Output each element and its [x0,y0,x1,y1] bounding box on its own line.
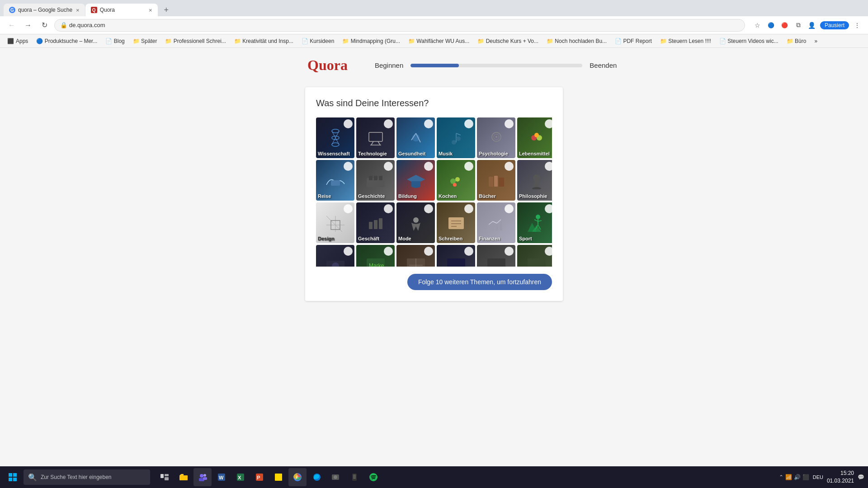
menu-icon[interactable]: ⋮ [852,20,863,31]
interest-gesundheit[interactable]: Gesundheit [396,117,435,158]
bookmark-kreativitaet[interactable]: 📁 Kreativität und Insp... [231,36,297,46]
interest-bildung[interactable]: Bildung [396,160,435,201]
refresh-button[interactable]: ↻ [38,19,51,32]
partial4-checkbox[interactable] [464,247,473,256]
bookmark-more[interactable]: » [811,36,821,46]
interest-kochen[interactable]: Kochen [437,160,475,201]
tray-arrow[interactable]: ⌃ [779,474,783,480]
interest-mode[interactable]: Mode [396,202,435,243]
buecher-checkbox[interactable] [505,162,514,171]
start-button[interactable] [4,468,22,486]
tab-google[interactable]: G quora – Google Suche × [4,4,85,16]
spotify-button[interactable] [364,468,382,486]
partial1-checkbox[interactable] [344,247,353,256]
interest-partial4[interactable] [437,245,475,267]
extension-icon1[interactable]: 🔵 [766,20,777,31]
tab-quora[interactable]: Q Quora × [85,4,158,16]
bookmark-kursideen[interactable]: 📄 Kursideen [298,36,338,46]
edge-button[interactable] [307,468,326,486]
end-button[interactable]: Beenden [590,61,617,69]
tab-quora-close[interactable]: × [149,7,152,14]
network-icon[interactable]: 📶 [785,474,792,480]
kochen-checkbox[interactable] [464,162,473,171]
bookmark-apps[interactable]: ⬛Apps [4,36,32,46]
taskview-button[interactable] [156,468,174,486]
interest-musik[interactable]: Musik [437,117,475,158]
geschichte-checkbox[interactable] [384,162,393,171]
interest-partial2[interactable]: Marke... [356,245,395,267]
interest-partial6[interactable] [517,245,552,267]
bookmark-pdf-report[interactable]: 📄 PDF Report [611,36,656,46]
interest-design[interactable]: Design [316,202,354,243]
star-icon[interactable]: ☆ [752,20,763,31]
teams-button[interactable] [193,468,212,486]
interest-schreiben[interactable]: Schreiben [437,202,475,243]
bookmark-steuern-videos[interactable]: 📄 Steuern Videos wic... [716,36,782,46]
finanzen-checkbox[interactable] [505,204,514,213]
profile-icon[interactable]: 👤 [807,20,817,31]
partial6-checkbox[interactable] [545,247,552,256]
musik-checkbox[interactable] [464,119,473,128]
extensions-icon[interactable]: ⧉ [793,20,804,31]
psychologie-checkbox[interactable] [505,119,514,128]
geschaeft-checkbox[interactable] [384,204,393,213]
interest-geschaeft[interactable]: Geschäft [356,202,395,243]
reise-checkbox[interactable] [344,162,353,171]
new-tab-button[interactable]: + [160,4,173,16]
bookmark-professionell[interactable]: 📁 Professionell Schrei... [161,36,229,46]
word-button[interactable]: W [212,468,231,486]
extension-icon2[interactable]: 🔴 [779,20,790,31]
continue-button[interactable]: Folge 10 weiteren Themen, um fortzufahre… [407,274,552,290]
interest-geschichte[interactable]: Geschichte [356,160,395,201]
forward-button[interactable]: → [22,19,34,32]
bildung-checkbox[interactable] [424,162,433,171]
back-button[interactable]: ← [5,19,18,32]
taskbar-time[interactable]: 15:20 01.03.2021 [827,469,854,485]
technologie-checkbox[interactable] [384,119,393,128]
mode-checkbox[interactable] [424,204,433,213]
bookmark-produktsuche[interactable]: 🔵 Produktsuche – Mer... [33,36,101,46]
design-checkbox[interactable] [344,204,353,213]
taskbar-search[interactable]: 🔍 Zur Suche Text hier eingeben [24,469,150,485]
partial3-checkbox[interactable] [424,247,433,256]
bookmark-deutsche-kurs[interactable]: 📁 Deutsche Kurs + Vo... [474,36,542,46]
tab-google-close[interactable]: × [76,7,80,14]
volume-icon[interactable]: 🔊 [794,474,801,480]
interest-buecher[interactable]: Bücher [477,160,515,201]
interest-philosophie[interactable]: Philosophie [517,160,552,201]
interest-finanzen[interactable]: Finanzen [477,202,515,243]
interest-reise[interactable]: Reise [316,160,354,201]
interest-wissenschaft[interactable]: Wissenschaft [316,117,354,158]
bookmark-blog[interactable]: 📄 Blog [102,36,128,46]
lebensmittel-checkbox[interactable] [545,119,552,128]
bookmark-steuern-lesen[interactable]: 📁 Steuern Lesen !!!! [656,36,715,46]
excel-button[interactable]: X [231,468,250,486]
bookmark-spaeter[interactable]: 📁 Später [129,36,161,46]
address-bar[interactable]: 🔒 de.quora.com [54,19,745,32]
interest-sport[interactable]: Sport [517,202,552,243]
partial2-checkbox[interactable] [384,247,393,256]
interest-partial5[interactable] [477,245,515,267]
phone-button[interactable] [345,468,363,486]
interest-partial1[interactable] [316,245,354,267]
interest-technologie[interactable]: Technologie [356,117,395,158]
bookmark-noch-hochladen[interactable]: 📁 Noch hochladen Bu... [543,36,610,46]
sport-checkbox[interactable] [545,204,552,213]
explorer-button[interactable] [175,468,193,486]
interest-psychologie[interactable]: Psychologie [477,117,515,158]
battery-icon[interactable]: ⬛ [802,474,809,480]
bookmark-mindmapping[interactable]: 📁 Mindmapping (Gru... [339,36,404,46]
gesundheit-checkbox[interactable] [424,119,433,128]
photo-button[interactable] [326,468,344,486]
interest-lebensmittel[interactable]: Lebensmittel [517,117,552,158]
schreiben-checkbox[interactable] [464,204,473,213]
notification-icon[interactable]: 💬 [858,474,864,480]
philosophie-checkbox[interactable] [545,162,552,171]
powerpoint-button[interactable]: P [250,468,269,486]
partial5-checkbox[interactable] [505,247,514,256]
wissenschaft-checkbox[interactable] [344,119,353,128]
interests-grid-scroll[interactable]: Wissenschaft Technologie [316,117,552,267]
sticky-notes-button[interactable] [269,468,288,486]
bookmark-wahlfaecher[interactable]: 📁 Wahlfächer WU Aus... [405,36,473,46]
bookmark-buero[interactable]: 📁 Büro [783,36,810,46]
